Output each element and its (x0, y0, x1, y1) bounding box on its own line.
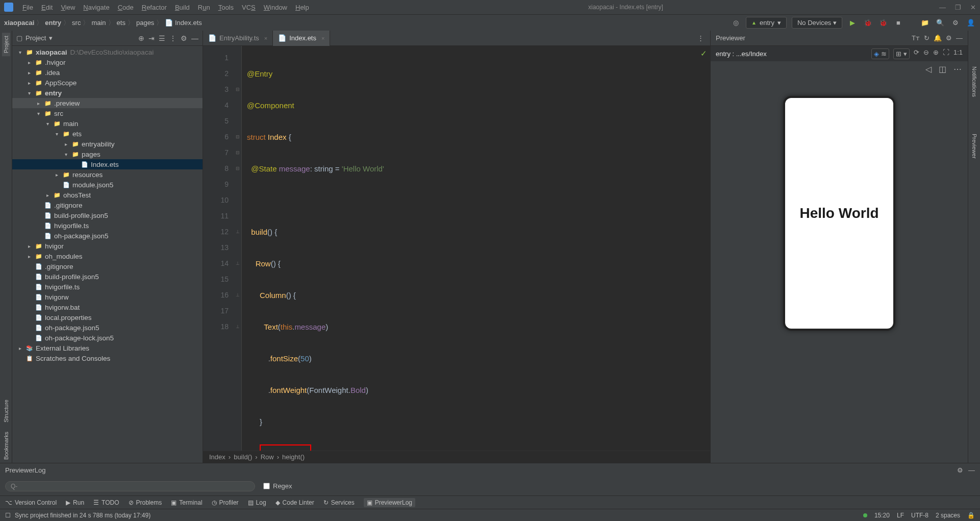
bc-main[interactable]: main (91, 19, 106, 27)
bc-pages[interactable]: pages (136, 19, 154, 27)
tool-todo[interactable]: ☰ TODO (93, 499, 119, 506)
search-icon[interactable]: 🔍 (935, 18, 945, 28)
tool-codelinter[interactable]: ◆ Code Linter (275, 499, 314, 506)
right-tab-previewer[interactable]: Previewer (970, 131, 978, 162)
inspector-icon[interactable]: ◈ (874, 50, 879, 58)
search-input[interactable]: Q- (5, 481, 255, 491)
file-encoding[interactable]: UTF-8 (911, 512, 928, 519)
status-message: Sync project finished in 24 s 788 ms (to… (15, 512, 150, 519)
text-size-icon[interactable]: Tᴛ (912, 34, 920, 42)
fold-gutter: ⊟⊟⊟⊟⊥⊥⊥⊥ (234, 46, 242, 451)
tool-profiler[interactable]: ◷ Profiler (212, 499, 239, 506)
run-configuration[interactable]: ▲entry▾ (746, 17, 787, 29)
minimize-icon[interactable]: — (968, 466, 975, 474)
tool-vcs[interactable]: ⌥ Version Control (5, 499, 57, 506)
indent-info[interactable]: 2 spaces (936, 512, 960, 519)
regex-checkbox[interactable]: Regex (263, 482, 292, 490)
left-tab-structure[interactable]: Structure (2, 396, 10, 426)
close-icon[interactable]: × (264, 35, 267, 41)
debug-icon[interactable]: 🐞 (863, 18, 873, 28)
dropdown-icon[interactable]: ▾ (903, 50, 907, 58)
bc-src[interactable]: src (72, 19, 81, 27)
menu-view[interactable]: View (58, 3, 78, 12)
hide-icon[interactable]: ⋮ (169, 34, 177, 42)
bc-file[interactable]: 📄 Index.ets (165, 19, 202, 27)
gear-icon[interactable]: ⚙ (946, 34, 952, 42)
menu-help[interactable]: Help (292, 3, 312, 12)
gear-icon[interactable]: ⚙ (181, 34, 187, 42)
preview-path: entry : ...es/Index (716, 50, 767, 58)
menu-run[interactable]: Run (195, 3, 213, 12)
left-tab-project[interactable]: Project (2, 33, 10, 56)
fit-icon[interactable]: ⛶ (943, 48, 949, 59)
minimize-icon[interactable]: — (939, 4, 946, 11)
tool-problems[interactable]: ⊘ Problems (129, 499, 162, 506)
grid-icon[interactable]: ⊞ (896, 50, 901, 58)
menu-window[interactable]: Window (261, 3, 290, 12)
tool-log[interactable]: ▤ Log (248, 499, 266, 506)
menu-edit[interactable]: Edit (38, 3, 56, 12)
tool-previewerlog[interactable]: ▣ PreviewerLog (364, 498, 415, 507)
line-numbers: 123456789101112131415161718 (203, 46, 234, 451)
close-icon[interactable]: ✕ (970, 4, 976, 11)
bell-icon[interactable]: 🔔 (934, 34, 942, 42)
bc-entry[interactable]: entry (45, 19, 61, 27)
tab-index[interactable]: 📄Index.ets× (273, 31, 330, 46)
run-icon[interactable]: ▶ (847, 18, 858, 28)
target-icon[interactable]: ⊕ (138, 34, 144, 42)
project-tree[interactable]: ▾📁xiaopacaiD:\DevEcoStudio\xiaopacai ▸📁.… (12, 46, 203, 463)
tool-run[interactable]: ▶ Run (66, 499, 84, 506)
account-icon[interactable]: 👤 (966, 18, 976, 28)
log-panel: PreviewerLog ⚙ — Q- Regex (0, 463, 980, 495)
settings-icon[interactable]: ⚙ (950, 18, 961, 28)
title-bar: File Edit View Navigate Code Refactor Bu… (0, 0, 980, 14)
project-title[interactable]: Project (26, 34, 46, 42)
device-selector[interactable]: No Devices ▾ (792, 17, 842, 29)
target-icon[interactable]: ◎ (731, 18, 741, 28)
minimize-icon[interactable]: — (191, 34, 198, 42)
right-tab-notifications[interactable]: Notifications (970, 63, 978, 100)
previewer-panel: Previewer Tᴛ ↻ 🔔 ⚙ — entry : ...es/Index… (710, 31, 968, 463)
project-panel: ▢ Project ▾ ⊕ ⇥ ☰ ⋮ ⚙ — ▾📁xiaopacaiD:\De… (12, 31, 203, 463)
code-area[interactable]: @Entry @Component struct Index { @State … (242, 46, 710, 451)
tab-entryability[interactable]: 📄EntryAbility.ts× (203, 31, 273, 46)
bc-ets[interactable]: ets (117, 19, 125, 27)
menu-code[interactable]: Code (115, 3, 137, 12)
branch-icon[interactable]: 📁 (920, 18, 930, 28)
zoomin-icon[interactable]: ⊕ (933, 48, 939, 59)
stop-icon[interactable]: ■ (893, 18, 903, 28)
menu-navigate[interactable]: Navigate (80, 3, 112, 12)
split-icon[interactable]: ◫ (939, 64, 946, 74)
collapse-icon[interactable]: ☰ (159, 34, 165, 42)
rotate-icon[interactable]: ⟳ (914, 48, 919, 59)
attach-icon[interactable]: 🐞 (878, 18, 888, 28)
breadcrumb: xiaopacai〉 entry〉 src〉 main〉 ets〉 pages〉… (4, 18, 202, 28)
tool-services[interactable]: ↻ Services (323, 499, 355, 506)
maximize-icon[interactable]: ❐ (955, 4, 961, 11)
dropdown-icon[interactable]: ▾ (49, 34, 53, 42)
zoomout-icon[interactable]: ⊖ (923, 48, 929, 59)
menu-file[interactable]: File (19, 3, 36, 12)
left-tab-bookmarks[interactable]: Bookmarks (2, 429, 10, 463)
more-icon[interactable]: ⋯ (953, 64, 962, 74)
menu-refactor[interactable]: Refactor (139, 3, 170, 12)
tabs-more-icon[interactable]: ⋮ (691, 34, 710, 42)
refresh-icon[interactable]: ↻ (924, 34, 929, 42)
editor-body[interactable]: ✓ 123456789101112131415161718 ⊟⊟⊟⊟⊥⊥⊥⊥ @… (203, 46, 710, 451)
gear-icon[interactable]: ⚙ (957, 466, 963, 474)
menu-tools[interactable]: Tools (215, 3, 237, 12)
previewer-title: Previewer (716, 34, 745, 42)
close-icon[interactable]: × (321, 35, 324, 41)
tool-terminal[interactable]: ▣ Terminal (171, 499, 202, 506)
lock-icon[interactable]: 🔒 (967, 512, 975, 519)
back-icon[interactable]: ◁ (925, 64, 932, 74)
menu-build[interactable]: Build (172, 3, 193, 12)
minimize-icon[interactable]: — (956, 34, 963, 42)
line-separator[interactable]: LF (897, 512, 904, 519)
menu-vcs[interactable]: VCS (239, 3, 259, 12)
select-opened-icon[interactable]: ⇥ (148, 34, 155, 42)
caret-position[interactable]: 15:20 (874, 512, 890, 519)
bc-root[interactable]: xiaopacai (4, 19, 34, 27)
layers-icon[interactable]: ≋ (881, 50, 887, 58)
ratio-icon[interactable]: 1:1 (953, 48, 963, 59)
